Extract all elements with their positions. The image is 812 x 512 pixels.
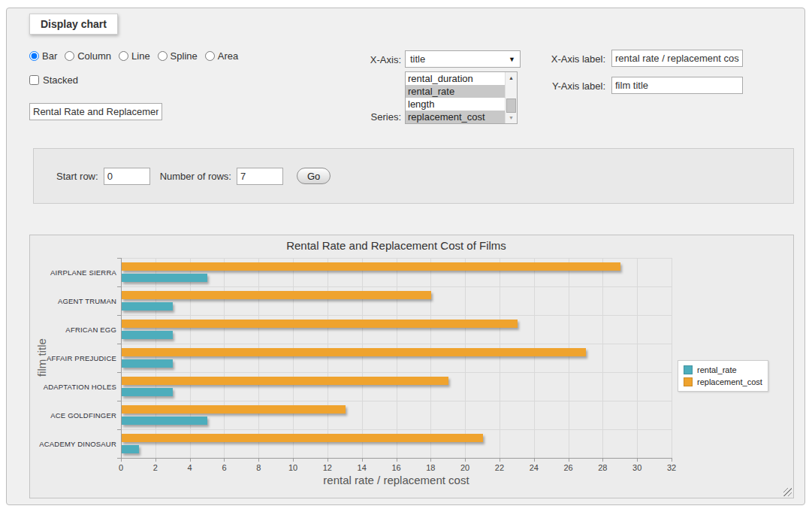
chart-type-radio-area[interactable] (205, 51, 215, 61)
x-axis-select-label: X-Axis: (322, 54, 401, 65)
x-tick-mark (397, 458, 397, 462)
gridline-v (534, 258, 535, 458)
legend-swatch-replacement_cost (684, 377, 693, 386)
bar-rental_rate (122, 302, 173, 311)
legend-label: rental_rate (697, 365, 737, 374)
legend-item-replacement_cost[interactable]: replacement_cost (684, 376, 762, 388)
chevron-down-icon: ▼ (509, 56, 515, 63)
bar-rental_rate (122, 331, 173, 339)
bar-replacement_cost (122, 262, 620, 271)
scroll-up-icon[interactable]: ▲ (506, 73, 517, 83)
bar-rental_rate (122, 359, 173, 368)
chart-type-option-line[interactable]: Line (119, 50, 150, 62)
x-axis-label-label: X-Axis label: (533, 53, 605, 65)
chart-type-option-bar[interactable]: Bar (29, 50, 57, 62)
gridline-v (637, 258, 638, 458)
category-label: AFFAIR PREJUDICE (34, 354, 116, 362)
chart-type-radio-line[interactable] (119, 51, 128, 61)
chart-type-option-spline[interactable]: Spline (158, 50, 198, 62)
series-option-length[interactable]: length (406, 98, 505, 111)
scroll-down-icon[interactable]: ▼ (506, 113, 517, 123)
row-controls-box: Start row: Number of rows: Go (33, 148, 794, 204)
x-tick-mark (121, 458, 122, 462)
x-tick-mark (258, 458, 259, 462)
start-row-label: Start row: (56, 171, 98, 182)
x-tick-mark (569, 458, 569, 462)
x-tick-mark (602, 458, 603, 462)
stacked-checkbox[interactable] (29, 75, 39, 85)
num-rows-label: Number of rows: (160, 171, 231, 182)
stacked-row: Stacked (29, 74, 78, 86)
resize-handle-icon[interactable] (783, 488, 792, 496)
y-axis-line (121, 258, 122, 458)
gridline-v (397, 258, 397, 458)
category-label: ACADEMY DINOSAUR (34, 440, 116, 448)
y-axis-label-label: Y-Axis label: (533, 80, 605, 92)
x-tick-mark (328, 458, 328, 462)
start-row-input[interactable] (104, 168, 150, 185)
chart-type-option-area[interactable]: Area (205, 50, 238, 62)
bar-replacement_cost (122, 377, 448, 385)
chart-type-option-label: Spline (171, 50, 198, 62)
x-tick-mark (672, 458, 672, 462)
x-axis-label-input[interactable] (611, 50, 743, 67)
chart-type-radio-column[interactable] (65, 51, 74, 61)
chart-type-radio-bar[interactable] (29, 51, 39, 61)
x-tick-mark (465, 458, 466, 462)
bar-replacement_cost (122, 291, 431, 299)
x-tick-label: 18 (426, 463, 435, 472)
series-option-rental_rate[interactable]: rental_rate (406, 85, 505, 98)
legend-item-rental_rate[interactable]: rental_rate (684, 364, 762, 376)
x-tick-mark (534, 458, 535, 462)
bar-replacement_cost (122, 348, 586, 356)
x-tick-mark (190, 458, 191, 462)
scrollbar-thumb[interactable] (506, 98, 516, 113)
x-tick-label: 0 (119, 463, 123, 472)
x-axis-select[interactable]: title ▼ (405, 50, 521, 68)
gridline-v (258, 258, 259, 458)
x-tick-label: 32 (667, 463, 676, 472)
series-label: Series: (322, 111, 401, 123)
x-tick-mark (224, 458, 225, 462)
category-label: AIRPLANE SIERRA (34, 268, 116, 277)
series-option-replacement_cost[interactable]: replacement_cost (406, 111, 505, 123)
x-tick-mark (155, 458, 156, 462)
x-tick-mark (500, 458, 500, 462)
x-tick-label: 28 (598, 463, 607, 472)
x-axis-select-value: title (410, 53, 425, 65)
chart-container: Rental Rate and Replacement Cost of Film… (29, 235, 794, 498)
category-label: AGENT TRUMAN (34, 297, 116, 305)
x-tick-label: 14 (358, 463, 367, 472)
gridline-v (500, 258, 500, 458)
go-button[interactable]: Go (297, 168, 331, 184)
display-chart-panel: Display chart BarColumnLineSplineArea St… (6, 8, 805, 505)
x-tick-label: 10 (288, 463, 297, 472)
num-rows-input[interactable] (237, 168, 283, 185)
gridline-v (155, 258, 156, 458)
gridline-v (328, 258, 328, 458)
x-tick-label: 6 (222, 463, 226, 472)
x-tick-label: 24 (530, 463, 539, 472)
series-option-rental_duration[interactable]: rental_duration (406, 72, 505, 85)
x-tick-label: 4 (188, 463, 192, 472)
category-label: AFRICAN EGG (34, 326, 116, 334)
chart-type-option-column[interactable]: Column (65, 50, 111, 62)
x-tick-label: 20 (460, 463, 469, 472)
bar-replacement_cost (122, 320, 518, 328)
chart-type-radio-spline[interactable] (158, 51, 168, 61)
series-scrollbar[interactable]: ▲ ▼ (505, 72, 517, 123)
chart-type-option-label: Line (131, 50, 150, 62)
bar-replacement_cost (122, 405, 346, 414)
chart-type-option-label: Column (77, 50, 111, 62)
chart-title-input[interactable] (29, 103, 162, 120)
chart-title: Rental Rate and Replacement Cost of Film… (121, 239, 672, 252)
chart-legend: rental_ratereplacement_cost (678, 360, 768, 392)
x-tick-label: 12 (323, 463, 332, 472)
gridline-v (190, 258, 191, 458)
series-listbox[interactable]: ▲ ▼ rental_durationrental_ratelengthrepl… (405, 71, 518, 124)
bar-rental_rate (122, 274, 207, 282)
y-axis-label-input[interactable] (611, 77, 743, 94)
gridline-v (465, 258, 466, 458)
bar-rental_rate (122, 417, 207, 425)
bar-rental_rate (122, 445, 139, 453)
